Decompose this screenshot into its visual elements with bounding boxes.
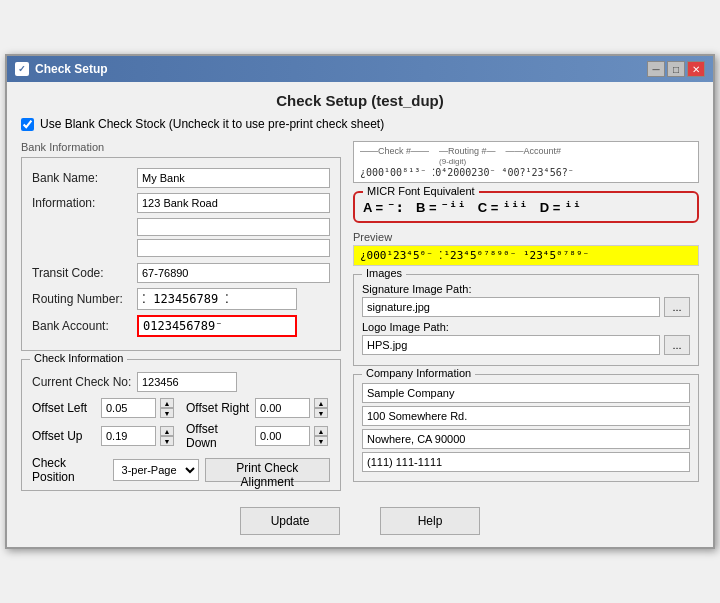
title-bar-left: ✓ Check Setup bbox=[15, 62, 108, 76]
content-area: Check Setup (test_dup) Use Blank Check S… bbox=[7, 82, 713, 547]
offset-up-label: Offset Up bbox=[32, 429, 97, 443]
routing-num-label: —Routing #—(9-digit) bbox=[439, 146, 496, 166]
check-info-title: Check Information bbox=[30, 352, 127, 364]
right-panel: ——Check #—— —Routing #—(9-digit) ——Accou… bbox=[353, 141, 699, 499]
micr-char-d: D = ⁱⁱ bbox=[540, 199, 581, 215]
main-layout: Bank Information Bank Name: Information: bbox=[21, 141, 699, 499]
offset-right-up[interactable]: ▲ bbox=[314, 398, 328, 408]
offset-up-down[interactable]: ▼ bbox=[160, 436, 174, 446]
account-value: 0123456789⁻ bbox=[143, 319, 222, 333]
bank-name-input[interactable] bbox=[137, 168, 330, 188]
account-display: 0123456789⁻ bbox=[137, 315, 297, 337]
bottom-buttons: Update Help bbox=[21, 507, 699, 535]
offset-up-spinner[interactable]: ▲ ▼ bbox=[160, 426, 174, 446]
left-panel: Bank Information Bank Name: Information: bbox=[21, 141, 341, 499]
offset-left-up[interactable]: ▲ bbox=[160, 398, 174, 408]
information-input2[interactable] bbox=[137, 218, 330, 236]
offset-left-down[interactable]: ▼ bbox=[160, 408, 174, 418]
logo-row: Logo Image Path: ... bbox=[362, 321, 690, 355]
company-line4-input[interactable] bbox=[362, 452, 690, 472]
check-info-group: Check Information Current Check No: Offs… bbox=[21, 359, 341, 491]
offset-left-input[interactable] bbox=[101, 398, 156, 418]
account-row: Bank Account: 0123456789⁻ bbox=[32, 315, 330, 337]
micr-d-label: D = bbox=[540, 200, 561, 215]
bank-info-label: Bank Information bbox=[21, 141, 341, 153]
company-line3-input[interactable] bbox=[362, 429, 690, 449]
micr-chars: A = ⁻: B = ⁻ⁱⁱ C = ⁱⁱⁱ D = bbox=[363, 199, 689, 215]
logo-input-group: ... bbox=[362, 335, 690, 355]
blank-check-checkbox[interactable] bbox=[21, 118, 34, 131]
current-check-label: Current Check No: bbox=[32, 375, 137, 389]
offset-left-item: Offset Left ▲ ▼ bbox=[32, 398, 176, 418]
micr-char-a: A = ⁻: bbox=[363, 199, 404, 215]
offset-grid: Offset Left ▲ ▼ Offset Right ▲ bbox=[32, 398, 330, 450]
diagram-labels: ——Check #—— —Routing #—(9-digit) ——Accou… bbox=[360, 146, 692, 166]
offset-right-input[interactable] bbox=[255, 398, 310, 418]
routing-value: ⁚ 123456789 ⁚ bbox=[142, 292, 229, 306]
offset-down-input[interactable] bbox=[255, 426, 310, 446]
micr-char-b: B = ⁻ⁱⁱ bbox=[416, 199, 466, 215]
transit-row: Transit Code: bbox=[32, 263, 330, 283]
offset-right-spinner[interactable]: ▲ ▼ bbox=[314, 398, 328, 418]
close-button[interactable]: ✕ bbox=[687, 61, 705, 77]
check-diagram: ——Check #—— —Routing #—(9-digit) ——Accou… bbox=[353, 141, 699, 183]
company-title: Company Information bbox=[362, 367, 475, 379]
offset-left-spinner[interactable]: ▲ ▼ bbox=[160, 398, 174, 418]
current-check-row: Current Check No: bbox=[32, 372, 330, 392]
bank-name-label: Bank Name: bbox=[32, 171, 137, 185]
check-micr-line: ¿000¹00⁸¹³⁻ ⁚0⁴2000230⁻ ⁴00?¹23⁴56?⁻ bbox=[360, 167, 692, 178]
preview-bar: ¿000¹23⁴5⁰⁻ ⁚¹23⁴5⁰⁷⁸⁹⁰⁻ ¹23⁴5⁰⁷⁸⁹⁻ bbox=[353, 245, 699, 266]
micr-char-c: C = ⁱⁱⁱ bbox=[478, 199, 528, 215]
logo-path-input[interactable] bbox=[362, 335, 660, 355]
offset-right-item: Offset Right ▲ ▼ bbox=[186, 398, 330, 418]
company-line1-input[interactable] bbox=[362, 383, 690, 403]
signature-path-input[interactable] bbox=[362, 297, 660, 317]
check-position-select[interactable]: 3-per-Page 1-per-Page 2-per-Page bbox=[113, 459, 199, 481]
images-group: Images Signature Image Path: ... Logo Im… bbox=[353, 274, 699, 366]
offset-down-label: Offset Down bbox=[186, 422, 251, 450]
company-line2-input[interactable] bbox=[362, 406, 690, 426]
signature-browse-button[interactable]: ... bbox=[664, 297, 690, 317]
routing-row: Routing Number: ⁚ 123456789 ⁚ bbox=[32, 288, 330, 310]
offset-down-item: Offset Down ▲ ▼ bbox=[186, 422, 330, 450]
page-title: Check Setup (test_dup) bbox=[21, 92, 699, 109]
account-num-label: ——Account# bbox=[506, 146, 562, 166]
offset-down-down[interactable]: ▼ bbox=[314, 436, 328, 446]
update-button[interactable]: Update bbox=[240, 507, 340, 535]
information-input1[interactable] bbox=[137, 193, 330, 213]
window-title: Check Setup bbox=[35, 62, 108, 76]
offset-down-up[interactable]: ▲ bbox=[314, 426, 328, 436]
micr-a-label: A = bbox=[363, 200, 383, 215]
micr-font-box: MICR Font Equivalent A = ⁻: B = ⁻ⁱⁱ C = bbox=[353, 191, 699, 223]
transit-input[interactable] bbox=[137, 263, 330, 283]
offset-up-input[interactable] bbox=[101, 426, 156, 446]
images-title: Images bbox=[362, 267, 406, 279]
information-extra1 bbox=[137, 218, 330, 236]
minimize-button[interactable]: ─ bbox=[647, 61, 665, 77]
micr-d-value: ⁱⁱ bbox=[564, 199, 581, 215]
logo-label: Logo Image Path: bbox=[362, 321, 690, 333]
micr-c-value: ⁱⁱⁱ bbox=[502, 199, 527, 215]
information-input3[interactable] bbox=[137, 239, 330, 257]
account-label: Bank Account: bbox=[32, 319, 137, 333]
offset-down-spinner[interactable]: ▲ ▼ bbox=[314, 426, 328, 446]
information-row: Information: bbox=[32, 193, 330, 213]
current-check-input[interactable] bbox=[137, 372, 237, 392]
print-alignment-button[interactable]: Print Check Alignment bbox=[205, 458, 330, 482]
help-button[interactable]: Help bbox=[380, 507, 480, 535]
maximize-button[interactable]: □ bbox=[667, 61, 685, 77]
logo-browse-button[interactable]: ... bbox=[664, 335, 690, 355]
company-group: Company Information bbox=[353, 374, 699, 482]
micr-font-title: MICR Font Equivalent bbox=[363, 185, 479, 197]
preview-label: Preview bbox=[353, 231, 699, 243]
signature-row: Signature Image Path: ... bbox=[362, 283, 690, 317]
bank-name-row: Bank Name: bbox=[32, 168, 330, 188]
micr-b-label: B = bbox=[416, 200, 437, 215]
offset-right-down[interactable]: ▼ bbox=[314, 408, 328, 418]
offset-up-up[interactable]: ▲ bbox=[160, 426, 174, 436]
transit-label: Transit Code: bbox=[32, 266, 137, 280]
blank-check-label: Use Blank Check Stock (Uncheck it to use… bbox=[40, 117, 384, 131]
micr-c-label: C = bbox=[478, 200, 499, 215]
offset-up-item: Offset Up ▲ ▼ bbox=[32, 422, 176, 450]
preview-section: Preview ¿000¹23⁴5⁰⁻ ⁚¹23⁴5⁰⁷⁸⁹⁰⁻ ¹23⁴5⁰⁷… bbox=[353, 231, 699, 266]
